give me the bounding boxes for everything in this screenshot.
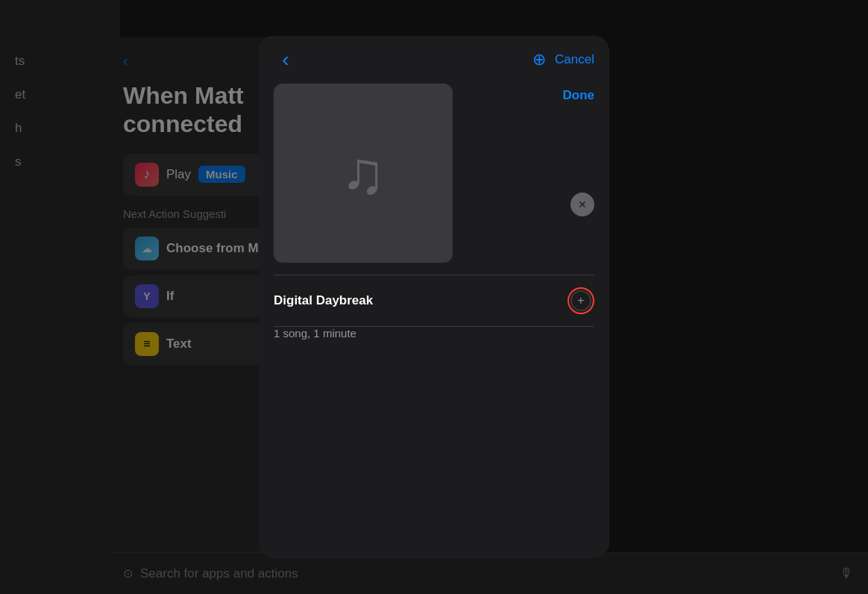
track-add-button[interactable]: + [567,287,594,314]
track-add-inner: + [570,290,591,311]
modal-add-icon[interactable]: ⊕ [532,50,546,69]
modal-done-button[interactable]: Done [563,88,595,103]
dismiss-button[interactable]: ✕ [570,193,594,216]
track-row: Digital Daybreak + [259,275,609,326]
music-note-icon: ♫ [341,139,386,207]
artwork-done-row: ♫ Done [259,84,609,275]
modal-cancel-button[interactable]: Cancel [555,52,594,67]
music-picker-modal: ‹ ⊕ Cancel ♫ Done ✕ Digital Daybreak + 1… [259,36,609,558]
modal-header: ‹ ⊕ Cancel [259,36,609,84]
modal-back-button[interactable]: ‹ [274,48,298,72]
track-list: Digital Daybreak + 1 song, 1 minute [259,275,609,558]
modal-header-right: ⊕ Cancel [532,50,594,69]
track-name: Digital Daybreak [274,293,373,308]
track-add-plus: + [577,294,584,307]
music-artwork: ♫ [274,84,453,263]
track-meta: 1 song, 1 minute [259,327,609,351]
